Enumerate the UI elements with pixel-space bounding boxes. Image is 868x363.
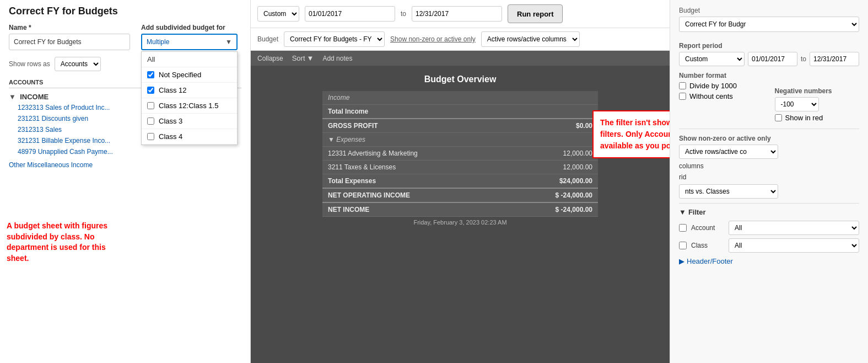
top-bar: Custom to Run report bbox=[251, 0, 670, 28]
to-label: to bbox=[401, 10, 406, 18]
dropdown-item-all[interactable]: All bbox=[142, 52, 237, 67]
filter-account-checkbox[interactable] bbox=[679, 224, 687, 232]
sort-button[interactable]: Sort ▼ bbox=[292, 54, 314, 62]
show-nonzero-label[interactable]: Show non-zero or active only bbox=[390, 35, 476, 43]
divide-by-1000-row: Divide by 1000 bbox=[679, 82, 764, 90]
page-title: Correct FY for Budgets bbox=[9, 6, 241, 17]
report-table: Income Total Income GROSS PROFIT $0.00 ▼… bbox=[322, 91, 598, 217]
date-from-input[interactable] bbox=[305, 6, 395, 22]
expense-row-2-label: 3211 Taxes & Licenses bbox=[322, 161, 509, 174]
grid-row: rid bbox=[679, 173, 859, 181]
net-operating-value: $ -24,000.00 bbox=[509, 188, 598, 202]
show-in-red-checkbox[interactable] bbox=[775, 114, 782, 121]
rp-date-to[interactable] bbox=[810, 52, 859, 66]
expenses-section: ▼ Expenses bbox=[322, 133, 509, 147]
budget-bar-label: Budget bbox=[257, 35, 278, 43]
right-budget-label: Budget bbox=[679, 7, 859, 14]
class12-1-5-label: Class 12:Class 1.5 bbox=[159, 102, 218, 110]
footer-row[interactable]: Other Miscellaneous Income bbox=[9, 159, 241, 170]
middle-panel: Custom to Run report Budget Correct FY f… bbox=[251, 0, 670, 363]
negative-numbers-select[interactable]: -100 bbox=[775, 97, 819, 111]
divide-by-1000-checkbox[interactable] bbox=[679, 82, 686, 89]
header-footer-row[interactable]: ▶ Header/Footer bbox=[679, 257, 859, 265]
without-cents-checkbox[interactable] bbox=[679, 93, 686, 100]
left-panel: Correct FY for Budgets Name * Add subdiv… bbox=[0, 0, 251, 363]
filter-account-row: Account All bbox=[679, 221, 859, 235]
show-nonzero-select[interactable]: Active rows/active columns bbox=[481, 31, 580, 47]
dropdown-item-class12[interactable]: Class 12 bbox=[142, 83, 237, 98]
divide-by-1000-label: Divide by 1000 bbox=[689, 82, 737, 90]
multi-select-value: Multiple bbox=[147, 38, 169, 46]
rp-date-from[interactable] bbox=[748, 52, 797, 66]
expense-row-2-value: 12,000.00 bbox=[509, 161, 598, 174]
class4-label: Class 4 bbox=[159, 132, 182, 141]
expense-row-1-label: 12331 Advertising & Marketing bbox=[322, 147, 509, 161]
checkbox-class12[interactable] bbox=[147, 87, 154, 94]
dropdown-item-class3[interactable]: Class 3 bbox=[142, 114, 237, 129]
filter-class-select[interactable]: All bbox=[729, 238, 859, 253]
columns-row: columns bbox=[679, 162, 859, 170]
columns-select[interactable]: nts vs. Classes bbox=[679, 184, 778, 199]
checkbox-not-specified[interactable] bbox=[147, 71, 154, 78]
show-nonzero-right-label: Show non-zero or active only bbox=[679, 135, 859, 142]
red-callout: The filter isn't shown on the list of fi… bbox=[592, 110, 670, 158]
show-nonzero-right-select[interactable]: Active rows/active co bbox=[679, 145, 778, 159]
run-report-button[interactable]: Run report bbox=[508, 4, 563, 23]
gross-profit-value: $0.00 bbox=[509, 119, 598, 133]
checkbox-class4[interactable] bbox=[147, 133, 154, 140]
dropdown-item-class4[interactable]: Class 4 bbox=[142, 129, 237, 145]
add-notes-button[interactable]: Add notes bbox=[322, 55, 352, 62]
filter-class-row: Class All bbox=[679, 238, 859, 253]
budget-select[interactable]: Correct FY for Budgets - FY bbox=[284, 31, 385, 47]
name-label: Name * bbox=[9, 24, 130, 31]
report-title: Budget Overview bbox=[424, 74, 497, 84]
right-panel: Budget Correct FY for Budgr Report perio… bbox=[670, 0, 868, 363]
filter-section-title[interactable]: ▼ Filter bbox=[679, 208, 859, 216]
net-income-value: $ -24,000.00 bbox=[509, 202, 598, 217]
columns-label: columns bbox=[679, 162, 704, 170]
class3-label: Class 3 bbox=[159, 117, 182, 125]
number-format-label: Number format bbox=[679, 72, 859, 79]
multi-select-box[interactable]: Multiple ▼ bbox=[141, 34, 238, 50]
checkbox-class12-1-5[interactable] bbox=[147, 102, 154, 109]
dropdown-item-class12-1-5[interactable]: Class 12:Class 1.5 bbox=[142, 98, 237, 114]
filter-section: ▼ Filter Account All Class All bbox=[679, 208, 859, 253]
filter-account-select[interactable]: All bbox=[729, 221, 859, 235]
subdivide-label: Add subdivided budget for bbox=[141, 24, 238, 31]
grid-label: rid bbox=[679, 173, 686, 181]
filter-class-label: Class bbox=[691, 242, 724, 249]
show-in-red-label: Show in red bbox=[785, 114, 823, 122]
report-period-select[interactable]: Custom bbox=[679, 52, 745, 66]
show-rows-select[interactable]: Accounts bbox=[55, 57, 101, 71]
account-row[interactable]: 48979 Unapplied Cash Payme... bbox=[9, 146, 241, 157]
report-period-section-label: Report period bbox=[679, 42, 859, 50]
report-actions: Collapse Sort ▼ Add notes bbox=[251, 51, 670, 66]
income-section: Income bbox=[322, 91, 509, 105]
filter-class-checkbox[interactable] bbox=[679, 242, 687, 249]
timestamp: Friday, February 3, 2023 02:23 AM bbox=[407, 217, 513, 228]
sort-arrow-icon: ▼ bbox=[307, 54, 314, 62]
period-select[interactable]: Custom bbox=[257, 6, 299, 22]
multi-select-wrapper: Multiple ▼ All Not Specified Class 12 bbox=[141, 34, 238, 50]
to-label-right: to bbox=[801, 55, 806, 63]
show-nonzero-right-row: Active rows/active co bbox=[679, 145, 859, 159]
without-cents-row: Without cents bbox=[679, 92, 764, 100]
net-income-label: NET INCOME bbox=[322, 202, 509, 217]
filter-account-label: Account bbox=[691, 224, 724, 232]
not-specified-label: Not Specified bbox=[159, 71, 201, 79]
show-rows-label: Show rows as bbox=[9, 60, 50, 68]
collapse-button[interactable]: Collapse bbox=[257, 55, 283, 62]
total-income-label: Total Income bbox=[322, 105, 509, 119]
dropdown-arrow-icon: ▼ bbox=[225, 38, 232, 46]
right-budget-select[interactable]: Correct FY for Budgr bbox=[679, 17, 859, 32]
checkbox-class3[interactable] bbox=[147, 118, 154, 125]
total-expenses-value: $24,000.00 bbox=[509, 174, 598, 189]
header-footer-label: Header/Footer bbox=[687, 257, 733, 265]
name-input[interactable] bbox=[9, 34, 130, 50]
net-operating-label: NET OPERATING INCOME bbox=[322, 188, 509, 202]
date-to-input[interactable] bbox=[412, 6, 502, 22]
filter-arrow-icon: ▼ bbox=[679, 208, 686, 216]
dropdown-menu: All Not Specified Class 12 Class 12:Clas… bbox=[141, 51, 238, 145]
dropdown-item-not-specified[interactable]: Not Specified bbox=[142, 67, 237, 83]
header-footer-arrow-icon: ▶ bbox=[679, 257, 684, 265]
